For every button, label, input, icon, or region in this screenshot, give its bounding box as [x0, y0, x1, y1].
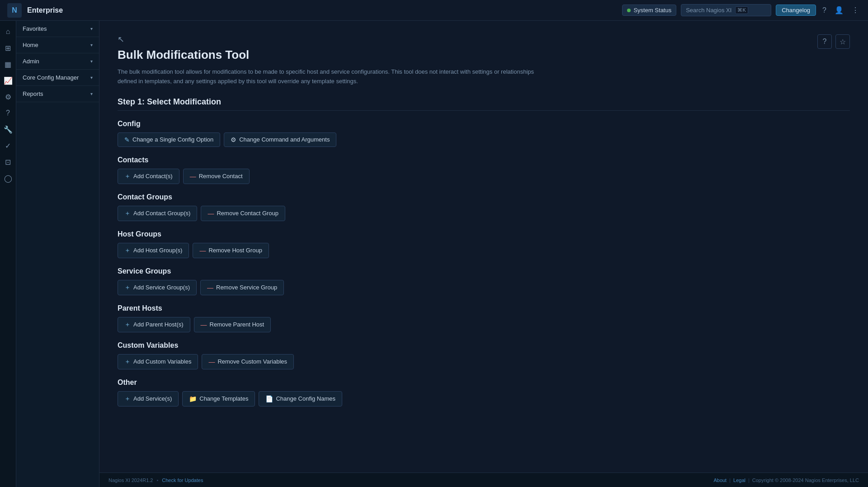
sidebar-item-home[interactable]: Home ▾ [16, 37, 99, 53]
add-parent-hosts-button[interactable]: ＋ Add Parent Host(s) [118, 317, 190, 332]
sidebar-nav: Favorites ▾ Home ▾ Admin ▾ Core Config M… [16, 21, 99, 487]
chevron-admin: ▾ [90, 59, 93, 64]
topbar-right: System Status Search Nagios XI ⌘K Change… [622, 4, 861, 16]
plus-icon-service-groups: ＋ [124, 284, 131, 292]
remove-host-group-label: Remove Host Group [208, 247, 262, 254]
sidebar-icon-grid[interactable]: ⊞ [1, 41, 15, 55]
remove-contact-group-label: Remove Contact Group [217, 210, 278, 217]
add-host-groups-button[interactable]: ＋ Add Host Group(s) [118, 243, 189, 258]
chevron-reports: ▾ [90, 91, 93, 96]
change-single-config-label: Change a Single Config Option [132, 136, 213, 143]
section-contact-groups-buttons: ＋ Add Contact Group(s) — Remove Contact … [118, 206, 850, 221]
sidebar-item-core-config[interactable]: Core Config Manager ▾ [16, 70, 99, 85]
topbar: N Enterprise System Status Search Nagios… [0, 0, 868, 21]
back-button[interactable]: ↖ [118, 34, 124, 44]
remove-host-group-button[interactable]: — Remove Host Group [193, 243, 269, 258]
sidebar-icon-chart[interactable]: 📈 [1, 73, 15, 88]
section-custom-variables-title: Custom Variables [118, 341, 850, 350]
sidebar-item-favorites[interactable]: Favorites ▾ [16, 21, 99, 37]
status-dot [627, 9, 631, 12]
user-icon[interactable]: 👤 [833, 4, 845, 16]
sidebar-icon-profile[interactable]: ◯ [1, 171, 15, 185]
pencil-icon: ✎ [124, 136, 130, 143]
change-command-args-button[interactable]: ⚙ Change Command and Arguments [224, 132, 336, 147]
chevron-favorites: ▾ [90, 26, 93, 31]
sidebar-item-admin[interactable]: Admin ▾ [16, 53, 99, 69]
remove-contact-label: Remove Contact [199, 173, 243, 180]
help-page-button[interactable]: ? [817, 34, 832, 49]
main-content: ↖ Bulk Modifications Tool The bulk modif… [99, 21, 868, 487]
change-single-config-button[interactable]: ✎ Change a Single Config Option [118, 132, 220, 147]
change-config-names-button[interactable]: 📄 Change Config Names [259, 391, 342, 407]
plus-icon-contacts: ＋ [124, 172, 131, 180]
add-contacts-label: Add Contact(s) [133, 173, 173, 180]
minus-icon-service-group: — [207, 284, 213, 291]
sidebar-icon-tools[interactable]: 🔧 [1, 122, 15, 137]
sidebar-item-reports[interactable]: Reports ▾ [16, 86, 99, 102]
change-templates-button[interactable]: 📁 Change Templates [182, 391, 255, 407]
nav-section-core-config: Core Config Manager ▾ [16, 70, 99, 86]
plus-icon-parent-hosts: ＋ [124, 321, 131, 329]
add-contact-groups-button[interactable]: ＋ Add Contact Group(s) [118, 206, 197, 221]
chevron-core-config: ▾ [90, 75, 93, 80]
plus-icon-services: ＋ [124, 395, 131, 403]
plus-icon-contact-groups: ＋ [124, 209, 131, 217]
section-contact-groups-title: Contact Groups [118, 193, 850, 201]
plus-icon-host-groups: ＋ [124, 246, 131, 255]
change-config-names-label: Change Config Names [276, 395, 335, 402]
search-box[interactable]: Search Nagios XI ⌘K [681, 4, 771, 16]
add-parent-hosts-label: Add Parent Host(s) [133, 321, 184, 328]
minus-icon-host-group: — [199, 247, 206, 254]
footer-copyright: Copyright © 2008-2024 Nagios Enterprises… [752, 478, 859, 483]
add-services-label: Add Service(s) [133, 395, 172, 402]
section-config-buttons: ✎ Change a Single Config Option ⚙ Change… [118, 132, 850, 147]
search-label: Search Nagios XI [686, 7, 731, 14]
changelog-button[interactable]: Changelog [776, 5, 816, 16]
section-parent-hosts-buttons: ＋ Add Parent Host(s) — Remove Parent Hos… [118, 317, 850, 332]
sidebar-icon-help[interactable]: ? [1, 106, 15, 120]
help-icon[interactable]: ? [821, 5, 828, 16]
footer-legal-link[interactable]: Legal [733, 478, 745, 483]
remove-contact-button[interactable]: — Remove Contact [183, 169, 250, 184]
gear-icon: ⚙ [231, 136, 236, 143]
nav-section-favorites: Favorites ▾ [16, 21, 99, 37]
remove-service-group-label: Remove Service Group [216, 284, 277, 291]
sidebar-icon-settings[interactable]: ⚙ [1, 90, 15, 104]
change-templates-label: Change Templates [199, 395, 248, 402]
remove-parent-host-button[interactable]: — Remove Parent Host [194, 317, 271, 332]
add-services-button[interactable]: ＋ Add Service(s) [118, 391, 179, 407]
add-custom-variables-button[interactable]: ＋ Add Custom Variables [118, 354, 198, 369]
footer-left: Nagios XI 2024R1.2 • Check for Updates [108, 478, 203, 483]
sidebar-icon-grid2[interactable]: ⊡ [1, 155, 15, 169]
system-status[interactable]: System Status [622, 5, 676, 16]
topbar-left: N Enterprise [0, 3, 63, 18]
logo: N [7, 3, 22, 18]
sidebar-icon-dashboard[interactable]: ▦ [1, 57, 15, 71]
nav-section-reports: Reports ▾ [16, 86, 99, 102]
minus-icon-parent-host: — [201, 321, 207, 328]
nav-section-home: Home ▾ [16, 37, 99, 53]
page-title: Bulk Modifications Tool [118, 48, 552, 62]
sidebar-icon-usercheck[interactable]: ✓ [1, 138, 15, 153]
footer-about-link[interactable]: About [713, 478, 726, 483]
minus-icon-contact: — [190, 173, 196, 180]
section-contacts-title: Contacts [118, 156, 850, 164]
more-icon[interactable]: ⋮ [850, 4, 861, 16]
system-status-label: System Status [633, 7, 671, 14]
topbar-title: Enterprise [27, 6, 63, 14]
add-contacts-button[interactable]: ＋ Add Contact(s) [118, 169, 179, 184]
remove-service-group-button[interactable]: — Remove Service Group [200, 280, 284, 295]
plus-icon-custom-vars: ＋ [124, 358, 131, 366]
favorite-button[interactable]: ☆ [835, 34, 850, 49]
add-service-groups-button[interactable]: ＋ Add Service Group(s) [118, 280, 197, 295]
section-other-title: Other [118, 378, 850, 387]
sidebar-icon-strip: ⌂ ⊞ ▦ 📈 ⚙ ? 🔧 ✓ ⊡ ◯ [0, 21, 16, 487]
page-actions: ? ☆ [817, 34, 850, 49]
remove-contact-group-button[interactable]: — Remove Contact Group [201, 206, 285, 221]
folder-icon: 📁 [189, 395, 197, 402]
sidebar-icon-home[interactable]: ⌂ [1, 24, 15, 39]
footer-update-link[interactable]: Check for Updates [162, 478, 203, 483]
section-host-groups-buttons: ＋ Add Host Group(s) — Remove Host Group [118, 243, 850, 258]
remove-custom-variables-button[interactable]: — Remove Custom Variables [202, 354, 294, 369]
change-command-args-label: Change Command and Arguments [239, 136, 330, 143]
